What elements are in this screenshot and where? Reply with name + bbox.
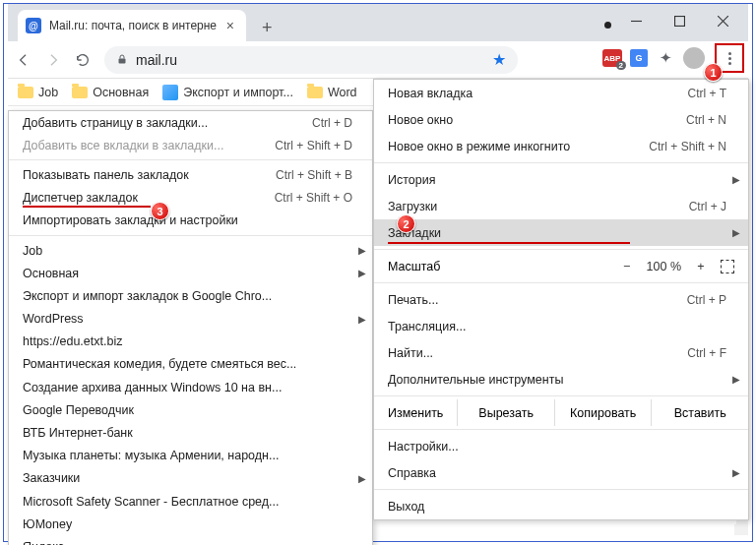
- zoom-in-button[interactable]: +: [695, 260, 707, 273]
- submenu-import[interactable]: Импортировать закладки и настройки: [9, 210, 372, 232]
- chrome-main-menu: Новая вкладкаCtrl + T Новое окноCtrl + N…: [373, 79, 749, 520]
- menu-bookmarks[interactable]: Закладки▶: [374, 219, 748, 246]
- menu-exit[interactable]: Выход: [374, 493, 748, 519]
- submenu-item[interactable]: Создание архива данных Windows 10 на вн.…: [9, 376, 372, 398]
- close-tab-icon[interactable]: ×: [222, 18, 238, 33]
- folder-icon: [307, 87, 323, 98]
- chevron-right-icon: ▶: [732, 374, 740, 385]
- submenu-item[interactable]: Microsoft Safety Scanner - Бесплатное ср…: [9, 490, 372, 513]
- menu-find[interactable]: Найти...Ctrl + F: [374, 339, 748, 366]
- submenu-item[interactable]: https://edu.etxt.biz: [9, 331, 372, 353]
- extensions-puzzle-icon[interactable]: ✦: [656, 48, 675, 68]
- menu-downloads[interactable]: ЗагрузкиCtrl + J: [374, 193, 748, 219]
- reload-button[interactable]: [75, 52, 91, 68]
- extension-abp-icon[interactable]: ABP2: [602, 49, 622, 67]
- close-window-button[interactable]: [701, 8, 744, 33]
- extension-translate-icon[interactable]: G: [630, 49, 648, 67]
- chevron-right-icon: ▶: [358, 268, 366, 278]
- annotation-underline: [23, 206, 151, 208]
- submenu-item[interactable]: Романтическая комедия, будете смеяться в…: [9, 353, 372, 376]
- edit-cut-button[interactable]: Вырезать: [457, 399, 554, 426]
- submenu-item[interactable]: Яндекс: [9, 535, 372, 545]
- menu-new-window[interactable]: Новое окноCtrl + N: [374, 106, 748, 133]
- annotation-underline: [388, 242, 630, 244]
- chevron-right-icon: ▶: [732, 227, 740, 238]
- menu-help[interactable]: Справка▶: [374, 459, 748, 486]
- chevron-right-icon: ▶: [358, 473, 366, 484]
- menu-new-tab[interactable]: Новая вкладкаCtrl + T: [374, 80, 748, 106]
- lock-icon: [116, 51, 128, 69]
- chevron-right-icon: ▶: [358, 245, 366, 256]
- edit-copy-button[interactable]: Копировать: [554, 399, 652, 426]
- menu-print[interactable]: Печать...Ctrl + P: [374, 286, 748, 313]
- bookmark-export-import[interactable]: Экспорт и импорт...: [162, 85, 293, 100]
- menu-zoom: Масштаб − 100 % +: [374, 253, 748, 279]
- annotation-step-3: 3: [151, 202, 169, 220]
- submenu-item[interactable]: ЮMoney: [9, 513, 372, 535]
- site-favicon: [26, 18, 41, 33]
- zoom-out-button[interactable]: −: [621, 260, 633, 273]
- svg-rect-4: [119, 58, 126, 63]
- chevron-right-icon: ▶: [732, 467, 740, 478]
- forward-button[interactable]: [45, 52, 61, 68]
- submenu-folder[interactable]: Основная▶: [9, 262, 372, 284]
- submenu-show-bar[interactable]: Показывать панель закладокCtrl + Shift +…: [9, 163, 372, 186]
- kebab-icon: [728, 52, 731, 65]
- abp-badge: 2: [616, 61, 626, 70]
- profile-avatar[interactable]: [683, 47, 705, 69]
- svg-rect-1: [674, 16, 684, 26]
- submenu-item[interactable]: Экспорт и импорт закладок в Google Chro.…: [9, 284, 372, 307]
- menu-cast[interactable]: Трансляция...: [374, 313, 748, 339]
- submenu-folder[interactable]: Заказчики▶: [9, 467, 372, 490]
- edit-paste-button[interactable]: Вставить: [651, 399, 748, 426]
- menu-incognito[interactable]: Новое окно в режиме инкогнитоCtrl + Shif…: [374, 133, 748, 159]
- back-button[interactable]: [16, 52, 32, 68]
- bookmark-folder-main[interactable]: Основная: [72, 86, 149, 99]
- maximize-button[interactable]: [658, 8, 701, 33]
- bookmarks-submenu: Добавить страницу в закладки...Ctrl + D …: [8, 110, 373, 545]
- menu-history[interactable]: История▶: [374, 166, 748, 193]
- chevron-right-icon: ▶: [732, 174, 740, 185]
- submenu-add-page[interactable]: Добавить страницу в закладки...Ctrl + D: [9, 111, 372, 134]
- submenu-manager[interactable]: Диспетчер закладокCtrl + Shift + O: [9, 187, 372, 210]
- submenu-item[interactable]: ВТБ Интернет-банк: [9, 421, 372, 444]
- folder-icon: [72, 87, 88, 98]
- bookmark-folder-job[interactable]: Job: [18, 86, 58, 99]
- submenu-add-all: Добавить все вкладки в закладки...Ctrl +…: [9, 134, 372, 156]
- annotation-step-2: 2: [397, 214, 415, 233]
- url-text: mail.ru: [136, 52, 177, 68]
- folder-icon: [18, 87, 33, 98]
- submenu-item[interactable]: Google Переводчик: [9, 398, 372, 421]
- bookmark-folder-word[interactable]: Word: [307, 86, 357, 99]
- submenu-item[interactable]: Музыка планеты: музыка Армении, народн..…: [9, 445, 372, 467]
- tab-title: Mail.ru: почта, поиск в интерне: [49, 19, 222, 32]
- submenu-folder[interactable]: Job▶: [9, 239, 372, 262]
- annotation-step-1: 1: [704, 63, 723, 82]
- zoom-value: 100 %: [647, 260, 681, 273]
- account-indicator-icon: [604, 22, 611, 29]
- submenu-folder[interactable]: WordPress▶: [9, 308, 372, 331]
- chevron-right-icon: ▶: [358, 314, 366, 325]
- menu-more-tools[interactable]: Дополнительные инструменты▶: [374, 366, 748, 393]
- address-bar[interactable]: mail.ru ★: [104, 46, 518, 74]
- fullscreen-icon[interactable]: [721, 260, 734, 273]
- new-tab-button[interactable]: +: [262, 18, 273, 38]
- import-export-icon: [162, 85, 178, 100]
- menu-settings[interactable]: Настройки...: [374, 433, 748, 459]
- browser-tab[interactable]: Mail.ru: почта, поиск в интерне ×: [18, 10, 246, 41]
- minimize-button[interactable]: [614, 8, 658, 33]
- menu-edit-row: Изменить Вырезать Копировать Вставить: [374, 399, 748, 426]
- edit-label: Изменить: [374, 399, 457, 426]
- bookmark-star-icon[interactable]: ★: [492, 50, 506, 69]
